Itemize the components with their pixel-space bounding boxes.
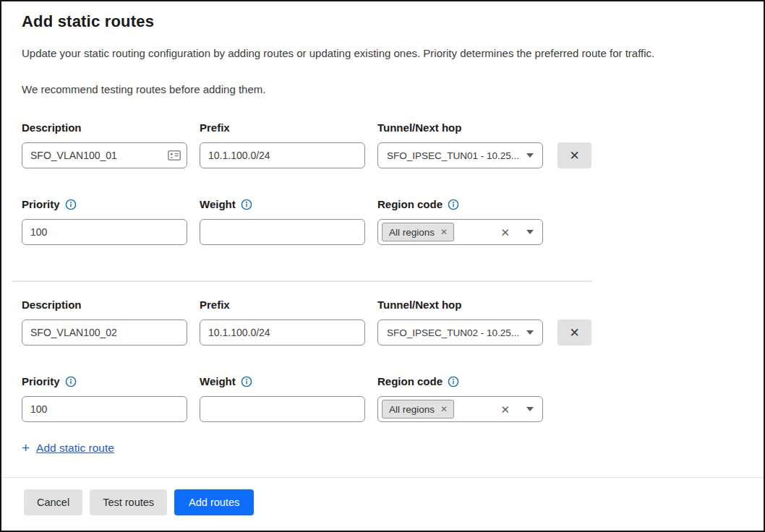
region-label: Region code [377,197,543,212]
add-routes-button[interactable]: Add routes [174,489,254,515]
prefix-label: Prefix [200,121,365,135]
static-routes-form: Description [22,121,743,455]
tunnel-field-group: Tunnel/Next hop SFO_IPSEC_TUN02 - 10.25.… [377,298,543,346]
region-label: Region code [377,374,543,389]
delete-route-button[interactable]: ✕ [557,142,591,168]
info-icon[interactable] [65,376,77,387]
tunnel-select[interactable]: SFO_IPSEC_TUN02 - 10.25... [377,319,543,346]
route-block-1: Description [22,121,743,282]
multiselect-controls: ✕ [500,227,534,238]
weight-label: Weight [200,197,365,212]
weight-label-text: Weight [200,197,236,212]
priority-input[interactable] [22,219,187,245]
route-1-secondary-row: Priority [22,197,743,245]
plus-icon: + [22,441,30,455]
tag-remove-icon[interactable]: ✕ [440,405,448,413]
tunnel-label: Tunnel/Next hop [377,298,543,312]
description-input-wrap [22,142,187,168]
intro-text: Update your static routing configuration… [22,46,743,61]
add-static-route-link[interactable]: Add static route [36,442,114,455]
tunnel-label: Tunnel/Next hop [377,121,543,135]
priority-label-text: Priority [22,197,60,212]
description-field-group: Description [22,121,187,168]
route-2-main-row: Description Prefix Tunnel/Next hop [22,298,743,346]
description-field-group: Description [22,298,187,346]
weight-label-text: Weight [200,374,236,389]
description-input[interactable] [22,319,187,346]
prefix-label-text: Prefix [200,121,230,135]
tunnel-selected-value: SFO_IPSEC_TUN02 - 10.25... [387,327,521,338]
priority-field-group: Priority [22,197,187,245]
priority-label: Priority [22,374,187,389]
description-label: Description [22,121,187,135]
priority-field-group: Priority [22,374,187,422]
prefix-field-group: Prefix [200,121,365,168]
prefix-input[interactable] [200,142,365,168]
info-icon[interactable] [448,199,459,210]
prefix-label: Prefix [200,298,365,312]
region-tag: All regions ✕ [382,223,454,241]
delete-route-button[interactable]: ✕ [557,319,591,346]
prefix-input[interactable] [200,319,365,346]
chevron-down-icon [526,153,534,158]
info-icon[interactable] [448,376,459,387]
multiselect-controls: ✕ [500,404,534,415]
info-icon[interactable] [241,376,252,387]
tunnel-select[interactable]: SFO_IPSEC_TUN01 - 10.25... [377,142,543,168]
region-tag: All regions ✕ [382,400,454,419]
weight-label: Weight [200,374,365,389]
region-tag-label: All regions [389,227,435,238]
region-tag-label: All regions [389,404,435,415]
route-1-main-row: Description [22,121,743,168]
clear-selection-icon[interactable]: ✕ [500,404,510,415]
tag-remove-icon[interactable]: ✕ [440,228,448,236]
priority-label-text: Priority [22,374,60,389]
info-icon[interactable] [241,199,252,210]
region-field-group: Region code All region [377,197,543,245]
description-input[interactable] [22,142,187,168]
region-multiselect[interactable]: All regions ✕ ✕ [377,219,543,245]
description-label-text: Description [22,298,82,312]
tunnel-label-text: Tunnel/Next hop [377,298,461,312]
route-block-2: Description Prefix Tunnel/Next hop [22,298,743,422]
prefix-label-text: Prefix [200,298,230,312]
prefix-field-group: Prefix [200,298,365,346]
region-multiselect[interactable]: All regions ✕ ✕ [377,396,543,422]
test-routes-button[interactable]: Test routes [90,489,167,515]
info-icon[interactable] [65,199,77,210]
route-divider [12,280,592,282]
description-label-text: Description [22,121,82,135]
add-static-routes-dialog: Add static routes Update your static rou… [0,0,765,532]
description-label: Description [22,298,187,312]
region-label-text: Region code [377,197,443,212]
add-route-row: + Add static route [22,441,743,455]
priority-input[interactable] [22,396,187,422]
dialog-content: Add static routes Update your static rou… [1,12,764,455]
dialog-footer: Cancel Test routes Add routes [1,477,764,531]
priority-label: Priority [22,197,187,212]
tunnel-label-text: Tunnel/Next hop [377,121,461,135]
tunnel-field-group: Tunnel/Next hop SFO_IPSEC_TUN01 - 10.25.… [377,121,543,168]
chevron-down-icon [526,230,534,234]
weight-field-group: Weight [200,374,365,422]
tunnel-selected-value: SFO_IPSEC_TUN01 - 10.25... [387,150,521,161]
page-title: Add static routes [22,12,743,31]
weight-field-group: Weight [200,197,365,245]
weight-input[interactable] [200,219,365,245]
chevron-down-icon [526,330,534,335]
region-label-text: Region code [377,374,443,389]
clear-selection-icon[interactable]: ✕ [500,227,510,238]
note-text: We recommend testing routes before addin… [22,82,743,97]
close-icon: ✕ [569,327,579,339]
route-2-secondary-row: Priority [22,374,743,422]
close-icon: ✕ [569,150,579,162]
chevron-down-icon [526,407,534,411]
cancel-button[interactable]: Cancel [24,489,82,515]
autofill-contact-card-icon[interactable] [168,150,181,160]
weight-input[interactable] [200,396,365,422]
region-field-group: Region code All region [377,374,543,422]
